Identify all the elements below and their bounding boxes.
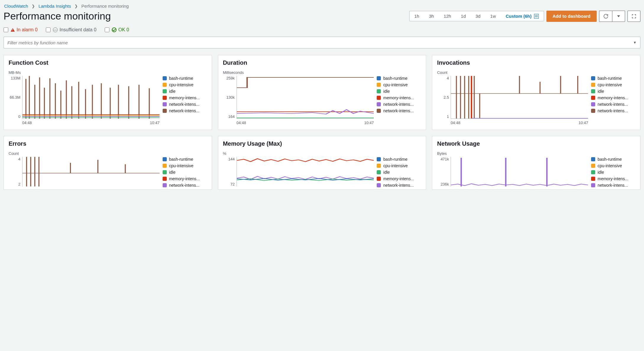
plot-area[interactable]	[451, 157, 588, 186]
status-ok[interactable]: OK 0	[105, 27, 129, 32]
time-range-1w[interactable]: 1w	[486, 11, 501, 21]
chart-invocations[interactable]: Invocations Count 4 2.5 1	[432, 55, 640, 130]
legend-item[interactable]: network-intens...	[163, 183, 207, 188]
alarm-icon	[11, 28, 15, 32]
x-axis: 04:48 10:47	[223, 121, 374, 125]
legend-label: network-intens...	[383, 108, 414, 113]
legend-item[interactable]: memory-intens...	[377, 95, 421, 100]
legend-swatch	[591, 83, 595, 87]
legend-swatch	[377, 157, 381, 161]
legend-swatch	[163, 109, 167, 113]
legend-item[interactable]: bash-runtime	[163, 76, 207, 81]
legend-swatch	[591, 170, 595, 174]
legend-item[interactable]: bash-runtime	[377, 157, 421, 162]
legend-item[interactable]: idle	[377, 89, 421, 94]
calendar-icon	[534, 14, 539, 19]
legend-item[interactable]: memory-intens...	[163, 176, 207, 181]
legend-item[interactable]: network-intens...	[377, 183, 421, 188]
page-header: Performance monitoring 1h 3h 12h 1d 3d 1…	[4, 10, 640, 22]
legend-item[interactable]: network-intens...	[163, 102, 207, 107]
legend-swatch	[377, 177, 381, 181]
refresh-button[interactable]	[599, 11, 612, 22]
legend-swatch	[163, 76, 167, 80]
chart-legend: bash-runtimecpu-intensiveidlememory-inte…	[163, 76, 207, 125]
legend-item[interactable]: cpu-intensive	[591, 82, 635, 87]
legend-item[interactable]: idle	[377, 170, 421, 175]
legend-item[interactable]: cpu-intensive	[591, 163, 635, 168]
legend-item[interactable]: memory-intens...	[591, 176, 635, 181]
chevron-down-icon[interactable]: ▼	[633, 40, 637, 45]
status-in-alarm[interactable]: In alarm 0	[4, 27, 38, 32]
chart-title: Invocations	[437, 59, 635, 66]
breadcrumb-cloudwatch[interactable]: CloudWatch	[4, 4, 28, 9]
filter-box[interactable]: ▼	[4, 37, 640, 48]
y-axis: 133M 66.3M 0	[9, 76, 22, 119]
legend-item[interactable]: cpu-intensive	[377, 82, 421, 87]
legend-label: cpu-intensive	[383, 163, 408, 168]
time-range-1h[interactable]: 1h	[410, 11, 424, 21]
legend-item[interactable]: cpu-intensive	[163, 163, 207, 168]
chart-duration[interactable]: Duration Milliseconds 259k 130k 164	[218, 55, 426, 130]
legend-item[interactable]: cpu-intensive	[377, 163, 421, 168]
legend-item[interactable]: network-intens...	[377, 102, 421, 107]
time-range-1d[interactable]: 1d	[456, 11, 471, 21]
time-range-3h[interactable]: 3h	[424, 11, 439, 21]
plot-area[interactable]	[237, 76, 374, 119]
plot-area[interactable]	[451, 76, 588, 119]
legend-item[interactable]: bash-runtime	[591, 76, 635, 81]
legend-item[interactable]: bash-runtime	[591, 157, 635, 162]
breadcrumb-lambda-insights[interactable]: Lambda Insights	[38, 4, 71, 9]
legend-label: cpu-intensive	[598, 82, 622, 87]
y-axis: 471k 236k	[437, 157, 451, 186]
legend-item[interactable]: bash-runtime	[377, 76, 421, 81]
legend-item[interactable]: network-intens...	[591, 108, 635, 113]
legend-item[interactable]: memory-intens...	[591, 95, 635, 100]
status-insufficient-checkbox[interactable]	[46, 27, 51, 32]
legend-item[interactable]: bash-runtime	[163, 157, 207, 162]
status-in-alarm-checkbox[interactable]	[4, 27, 8, 32]
legend-item[interactable]: network-intens...	[163, 108, 207, 113]
legend-label: cpu-intensive	[383, 82, 408, 87]
legend-item[interactable]: idle	[163, 89, 207, 94]
legend-item[interactable]: memory-intens...	[163, 95, 207, 100]
chart-network-usage[interactable]: Network Usage Bytes 471k 236k	[432, 136, 640, 190]
status-insufficient[interactable]: ••• Insufficient data 0	[46, 27, 96, 32]
chart-title: Duration	[223, 59, 421, 66]
legend-item[interactable]: network-intens...	[591, 102, 635, 107]
chart-title: Function Cost	[9, 59, 207, 66]
chart-function-cost[interactable]: Function Cost MB-Ms 133M 66.3M 0	[4, 55, 212, 130]
refresh-menu-button[interactable]	[612, 11, 625, 22]
legend-swatch	[591, 164, 595, 168]
legend-label: network-intens...	[169, 102, 200, 107]
legend-item[interactable]: idle	[591, 89, 635, 94]
legend-swatch	[377, 83, 381, 87]
legend-swatch	[163, 157, 167, 161]
legend-swatch	[377, 164, 381, 168]
legend-item[interactable]: memory-intens...	[377, 176, 421, 181]
legend-label: memory-intens...	[598, 95, 628, 100]
status-ok-checkbox[interactable]	[105, 27, 109, 32]
legend-item[interactable]: idle	[591, 170, 635, 175]
legend-label: idle	[383, 89, 390, 94]
plot-area[interactable]	[22, 76, 160, 119]
legend-item[interactable]: network-intens...	[377, 108, 421, 113]
legend-label: memory-intens...	[169, 176, 200, 181]
legend-item[interactable]: network-intens...	[591, 183, 635, 188]
chart-errors[interactable]: Errors Count 4 2	[4, 136, 212, 190]
legend-item[interactable]: cpu-intensive	[163, 82, 207, 87]
x-axis: 04:48 10:47	[9, 121, 160, 125]
chart-memory-usage[interactable]: Memory Usage (Max) % 144 72	[218, 136, 426, 190]
legend-swatch	[377, 76, 381, 80]
add-to-dashboard-button[interactable]: Add to dashboard	[546, 11, 597, 22]
legend-item[interactable]: idle	[163, 170, 207, 175]
time-range-3d[interactable]: 3d	[471, 11, 486, 21]
time-range-12h[interactable]: 12h	[439, 11, 456, 21]
legend-swatch	[163, 96, 167, 100]
plot-area[interactable]	[237, 157, 374, 186]
time-range-custom[interactable]: Custom (6h)	[501, 11, 544, 21]
filter-input[interactable]	[7, 40, 633, 45]
chart-title: Network Usage	[437, 140, 635, 147]
fullscreen-button[interactable]	[627, 11, 640, 22]
plot-area[interactable]	[22, 157, 160, 186]
charts-grid: Function Cost MB-Ms 133M 66.3M 0	[4, 55, 640, 190]
